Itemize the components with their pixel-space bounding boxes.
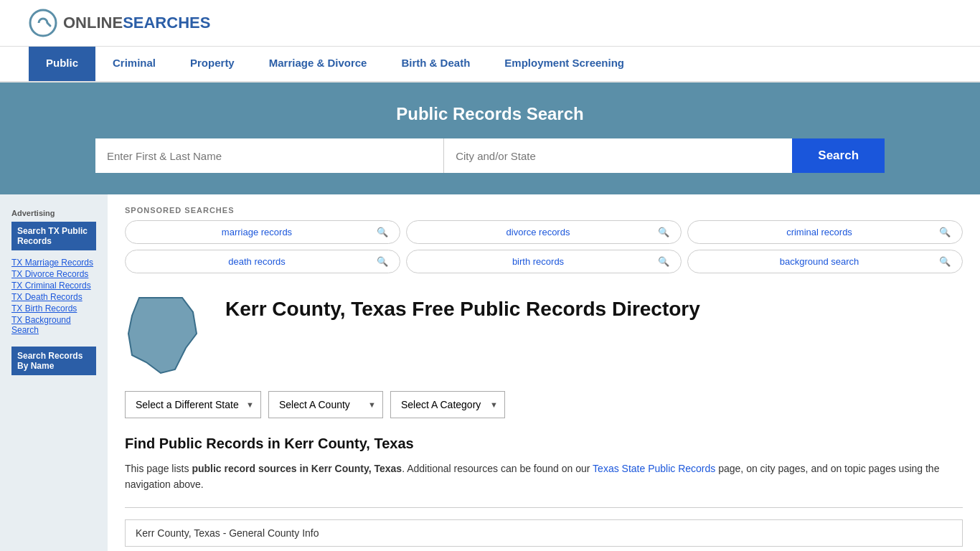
nav-property[interactable]: Property	[173, 47, 252, 81]
record-general[interactable]: Kerr County, Texas - General County Info	[125, 519, 963, 547]
logo-icon	[29, 9, 57, 37]
svg-marker-2	[128, 298, 197, 373]
search-tx-button[interactable]: Search TX Public Records	[11, 222, 96, 250]
pill-birth-link[interactable]: birth records	[418, 256, 658, 267]
svg-line-1	[47, 23, 50, 26]
pill-divorce-link[interactable]: divorce records	[418, 227, 658, 237]
sidebar-link-birth[interactable]: TX Birth Records	[11, 303, 96, 314]
search-bar: Search	[95, 138, 885, 173]
main-wrapper: Advertising Search TX Public Records TX …	[0, 194, 980, 551]
sidebar-link-divorce[interactable]: TX Divorce Records	[11, 269, 96, 279]
sidebar-search-label: Search Records By Name	[11, 347, 96, 375]
texas-records-link[interactable]: Texas State Public Records	[593, 463, 715, 474]
find-description: This page lists public record sources in…	[125, 461, 963, 493]
nav-public[interactable]: Public	[29, 47, 95, 81]
find-desc-bold: public record sources in Kerr County, Te…	[192, 463, 402, 474]
sponsored-searches: marriage records 🔍 divorce records 🔍 cri…	[125, 220, 963, 273]
sidebar-ad-label: Advertising	[11, 209, 96, 217]
pill-divorce[interactable]: divorce records 🔍	[406, 220, 682, 244]
sidebar-link-death[interactable]: TX Death Records	[11, 292, 96, 302]
name-input[interactable]	[95, 138, 444, 173]
sidebar-link-criminal[interactable]: TX Criminal Records	[11, 281, 96, 291]
state-dropdown-wrapper: Select a Different State	[125, 391, 261, 418]
hero-title: Public Records Search	[29, 104, 951, 124]
find-title: Find Public Records in Kerr County, Texa…	[125, 435, 963, 452]
category-dropdown-wrapper: Select A Category	[390, 391, 505, 418]
texas-map-icon	[125, 291, 211, 377]
state-dropdown[interactable]: Select a Different State	[125, 391, 261, 418]
county-dropdown-wrapper: Select A County	[268, 391, 383, 418]
nav-birth-death[interactable]: Birth & Death	[384, 47, 487, 81]
nav-criminal[interactable]: Criminal	[95, 47, 173, 81]
content-area: SPONSORED SEARCHES marriage records 🔍 di…	[108, 194, 980, 551]
county-title: Kerr County, Texas Free Public Records D…	[225, 298, 700, 321]
svg-point-0	[30, 10, 56, 36]
sidebar-link-background[interactable]: TX Background Search	[11, 315, 96, 335]
county-dropdown[interactable]: Select A County	[268, 391, 383, 418]
pill-criminal-link[interactable]: criminal records	[699, 227, 939, 237]
sidebar-link-marriage[interactable]: TX Marriage Records	[11, 258, 96, 268]
search-icon-2: 🔍	[658, 227, 669, 237]
search-button[interactable]: Search	[792, 138, 885, 173]
location-input[interactable]	[444, 138, 792, 173]
category-dropdown[interactable]: Select A Category	[390, 391, 505, 418]
find-desc-prefix: This page lists	[125, 463, 192, 474]
pill-birth[interactable]: birth records 🔍	[406, 250, 682, 273]
divider	[125, 507, 963, 508]
nav-marriage-divorce[interactable]: Marriage & Divorce	[252, 47, 385, 81]
hero-section: Public Records Search Search	[0, 83, 980, 194]
logo-text: ONLINESEARCHES	[63, 14, 210, 32]
sponsored-label: SPONSORED SEARCHES	[125, 206, 963, 215]
pill-death[interactable]: death records 🔍	[125, 250, 400, 273]
nav-employment[interactable]: Employment Screening	[487, 47, 641, 81]
search-icon-1: 🔍	[377, 227, 388, 237]
search-icon-5: 🔍	[658, 256, 669, 267]
site-header: ONLINESEARCHES	[0, 0, 980, 47]
dropdown-row: Select a Different State Select A County…	[125, 391, 963, 418]
pill-death-link[interactable]: death records	[137, 256, 377, 267]
sidebar: Advertising Search TX Public Records TX …	[0, 194, 108, 551]
sidebar-links: TX Marriage Records TX Divorce Records T…	[11, 258, 96, 335]
pill-criminal[interactable]: criminal records 🔍	[687, 220, 963, 244]
find-desc-suffix: . Additional resources can be found on o…	[402, 463, 593, 474]
search-icon-4: 🔍	[377, 256, 388, 267]
county-header: Kerr County, Texas Free Public Records D…	[125, 291, 963, 377]
pill-background-link[interactable]: background search	[699, 256, 939, 267]
search-icon-3: 🔍	[939, 227, 951, 237]
search-icon-6: 🔍	[939, 256, 951, 267]
logo: ONLINESEARCHES	[29, 9, 210, 37]
pill-marriage-link[interactable]: marriage records	[137, 227, 377, 237]
pill-marriage[interactable]: marriage records 🔍	[125, 220, 400, 244]
main-nav: Public Criminal Property Marriage & Divo…	[0, 47, 980, 83]
pill-background[interactable]: background search 🔍	[687, 250, 963, 273]
